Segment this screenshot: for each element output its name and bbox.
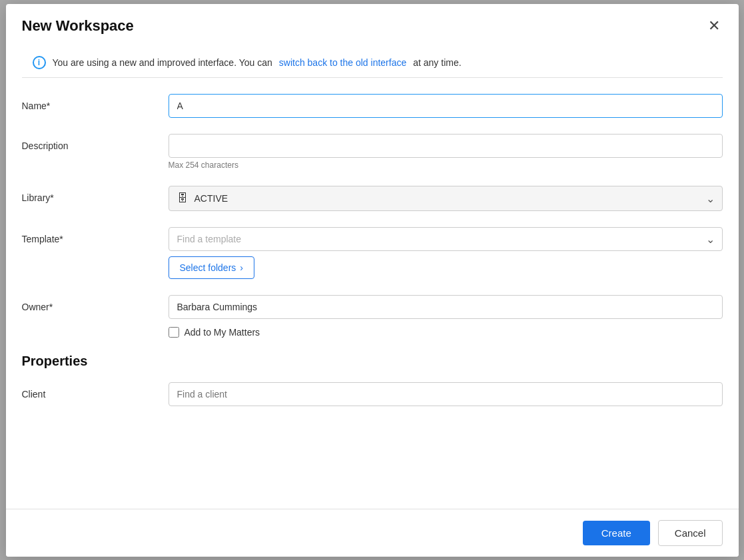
client-label: Client xyxy=(22,382,169,400)
description-label: Description xyxy=(22,134,169,151)
template-row: Template* Find a template ⌄ Select folde… xyxy=(22,227,723,279)
char-limit: Max 254 characters xyxy=(169,160,723,170)
select-folders-label: Select folders xyxy=(180,262,236,273)
client-row: Client xyxy=(22,382,723,406)
template-control-wrap: Find a template ⌄ Select folders › xyxy=(169,227,723,279)
client-input[interactable] xyxy=(169,382,723,406)
template-select-button[interactable]: Find a template xyxy=(169,227,723,251)
owner-input[interactable] xyxy=(169,295,723,319)
modal-title: New Workspace xyxy=(22,17,134,35)
library-value: ACTIVE xyxy=(194,193,228,204)
modal-footer: Create Cancel xyxy=(6,509,739,557)
library-control-wrap: 🗄 ACTIVE ⌄ xyxy=(169,186,723,211)
modal-overlay: New Workspace ✕ i You are using a new an… xyxy=(0,0,744,560)
add-to-matters-row: Add to My Matters xyxy=(169,327,723,338)
template-select-wrap: Find a template ⌄ xyxy=(169,227,723,251)
close-button[interactable]: ✕ xyxy=(705,15,723,37)
modal-dialog: New Workspace ✕ i You are using a new an… xyxy=(6,4,739,557)
select-folders-arrow-icon: › xyxy=(240,262,243,273)
create-button[interactable]: Create xyxy=(583,521,650,545)
owner-control-wrap: Add to My Matters xyxy=(169,295,723,338)
name-row: Name* xyxy=(22,94,723,118)
name-input[interactable] xyxy=(169,94,723,118)
description-control-wrap: Max 254 characters xyxy=(169,134,723,170)
modal-header: New Workspace ✕ xyxy=(6,4,739,48)
properties-title: Properties xyxy=(22,354,723,369)
library-select-wrap: 🗄 ACTIVE ⌄ xyxy=(169,186,723,211)
add-to-matters-checkbox[interactable] xyxy=(169,327,179,338)
close-icon: ✕ xyxy=(708,17,720,35)
owner-row: Owner* Add to My Matters xyxy=(22,295,723,338)
switch-interface-link[interactable]: switch back to the old interface xyxy=(279,57,406,68)
description-input[interactable] xyxy=(169,134,723,158)
database-icon: 🗄 xyxy=(177,192,188,204)
info-text-after: at any time. xyxy=(413,57,461,68)
owner-label: Owner* xyxy=(22,295,169,312)
client-control-wrap xyxy=(169,382,723,406)
info-icon: i xyxy=(33,56,46,69)
info-text-before: You are using a new and improved interfa… xyxy=(53,57,272,68)
description-row: Description Max 254 characters xyxy=(22,134,723,170)
properties-section: Properties Client xyxy=(22,354,723,406)
name-label: Name* xyxy=(22,94,169,111)
name-control-wrap xyxy=(169,94,723,118)
add-to-matters-label[interactable]: Add to My Matters xyxy=(185,327,260,338)
info-banner: i You are using a new and improved inter… xyxy=(22,48,723,78)
library-row: Library* 🗄 ACTIVE ⌄ xyxy=(22,186,723,211)
library-select-button[interactable]: 🗄 ACTIVE xyxy=(169,186,723,211)
template-placeholder: Find a template xyxy=(177,234,242,244)
select-folders-button[interactable]: Select folders › xyxy=(169,256,255,279)
cancel-button[interactable]: Cancel xyxy=(658,520,723,546)
modal-body: Name* Description Max 254 characters Lib… xyxy=(6,78,739,509)
library-label: Library* xyxy=(22,186,169,203)
template-label: Template* xyxy=(22,227,169,244)
